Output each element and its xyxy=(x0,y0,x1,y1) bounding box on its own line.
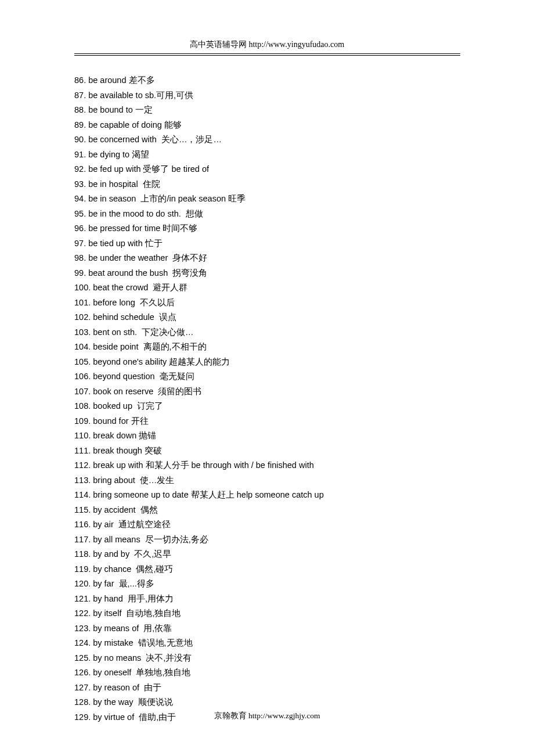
list-item: 108. booked up 订完了 xyxy=(74,399,534,414)
list-item: 114. bring someone up to date 帮某人赶上 help… xyxy=(74,488,534,503)
page-header: 高中英语辅导网 http://www.yingyufudao.com xyxy=(0,0,534,56)
list-item: 113. bring about 使…发生 xyxy=(74,473,534,488)
list-item: 87. be available to sb.可用,可供 xyxy=(74,88,534,103)
list-item: 125. by no means 决不,并没有 xyxy=(74,651,534,666)
list-item: 105. beyond one's ability 超越某人的能力 xyxy=(74,355,534,370)
list-item: 98. be under the weather 身体不好 xyxy=(74,251,534,266)
footer-text: 京翰教育 http://www.zgjhjy.com xyxy=(214,711,320,720)
list-item: 110. break down 抛锚 xyxy=(74,429,534,444)
list-item: 115. by accident 偶然 xyxy=(74,503,534,518)
list-item: 117. by all means 尽一切办法,务必 xyxy=(74,532,534,548)
list-item: 97. be tied up with 忙于 xyxy=(74,236,534,251)
list-item: 107. book on reserve 须留的图书 xyxy=(74,384,534,399)
list-item: 96. be pressed for time 时间不够 xyxy=(74,221,534,236)
list-item: 91. be dying to 渴望 xyxy=(74,147,534,163)
document-page: 高中英语辅导网 http://www.yingyufudao.com 86. b… xyxy=(0,0,534,756)
vocabulary-list: 86. be around 差不多87. be available to sb.… xyxy=(0,56,534,725)
list-item: 109. bound for 开往 xyxy=(74,414,534,429)
list-item: 118. by and by 不久,迟早 xyxy=(74,547,534,562)
list-item: 92. be fed up with 受够了 be tired of xyxy=(74,162,534,177)
list-item: 99. beat around the bush 拐弯没角 xyxy=(74,266,534,281)
list-item: 100. beat the crowd 避开人群 xyxy=(74,280,534,296)
list-item: 89. be capable of doing 能够 xyxy=(74,118,534,133)
list-item: 94. be in season 上市的/in peak season 旺季 xyxy=(74,192,534,207)
list-item: 124. by mistake 错误地,无意地 xyxy=(74,636,534,651)
list-item: 127. by reason of 由于 xyxy=(74,681,534,696)
list-item: 90. be concerned with 关心…，涉足… xyxy=(74,132,534,147)
list-item: 121. by hand 用手,用体力 xyxy=(74,592,534,607)
list-item: 88. be bound to 一定 xyxy=(74,103,534,118)
list-item: 126. by oneself 单独地,独自地 xyxy=(74,665,534,681)
list-item: 86. be around 差不多 xyxy=(74,73,534,88)
list-item: 106. beyond question 毫无疑问 xyxy=(74,369,534,384)
list-item: 102. behind schedule 误点 xyxy=(74,310,534,325)
list-item: 128. by the way 顺便说说 xyxy=(74,695,534,710)
list-item: 101. before long 不久以后 xyxy=(74,296,534,311)
list-item: 116. by air 通过航空途径 xyxy=(74,517,534,532)
list-item: 123. by means of 用,依靠 xyxy=(74,621,534,636)
list-item: 93. be in hospital 住院 xyxy=(74,177,534,192)
page-footer: 京翰教育 http://www.zgjhjy.com xyxy=(0,711,534,721)
list-item: 112. break up with 和某人分手 be through with… xyxy=(74,458,534,473)
header-text: 高中英语辅导网 http://www.yingyufudao.com xyxy=(190,40,344,49)
list-item: 111. break though 突破 xyxy=(74,444,534,459)
list-item: 122. by itself 自动地,独自地 xyxy=(74,606,534,621)
list-item: 120. by far 最,...得多 xyxy=(74,577,534,592)
list-item: 104. beside point 离题的,不相干的 xyxy=(74,340,534,355)
list-item: 103. bent on sth. 下定决心做… xyxy=(74,325,534,340)
list-item: 119. by chance 偶然,碰巧 xyxy=(74,562,534,577)
list-item: 95. be in the mood to do sth. 想做 xyxy=(74,207,534,222)
